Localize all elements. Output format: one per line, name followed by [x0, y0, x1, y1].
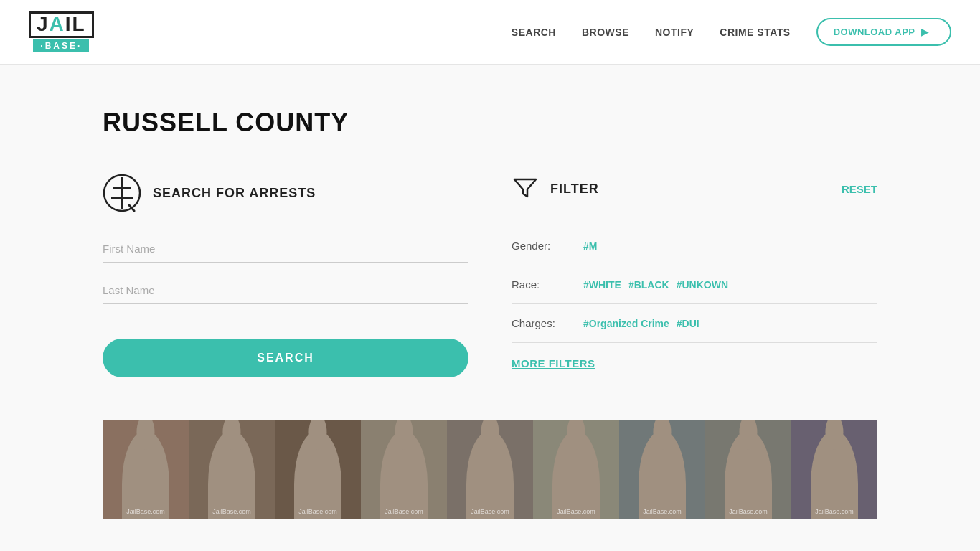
watermark-6: JailBase.com	[557, 508, 595, 515]
logo-jail-text: JAIL	[29, 11, 94, 38]
filter-header: FILTER RESET	[512, 174, 877, 204]
race-label: Race:	[512, 278, 569, 291]
nav-crime-stats[interactable]: CRIME STATS	[720, 27, 790, 38]
logo-base-text: ·BASE·	[33, 39, 89, 52]
mugshot-5[interactable]: JailBase.com	[447, 420, 533, 519]
mugshot-6[interactable]: JailBase.com	[533, 420, 619, 519]
mugshot-photo-1: JailBase.com	[103, 420, 189, 519]
last-name-field	[103, 277, 468, 304]
race-filter-row: Race: #WHITE #BLACK #UNKOWN	[512, 265, 877, 304]
mugshot-photo-8: JailBase.com	[705, 420, 791, 519]
mugshot-7[interactable]: JailBase.com	[619, 420, 705, 519]
mugshot-photo-7: JailBase.com	[619, 420, 705, 519]
race-tags: #WHITE #BLACK #UNKOWN	[583, 279, 728, 291]
mugshot-photo-9: JailBase.com	[791, 420, 877, 519]
download-app-button[interactable]: DOWNLOAD APP ▶	[816, 18, 951, 46]
mugshot-4[interactable]: JailBase.com	[361, 420, 447, 519]
first-name-input[interactable]	[103, 235, 468, 263]
charges-tag-dui[interactable]: #DUI	[677, 318, 699, 329]
more-filters-button[interactable]: MORE FILTERS	[512, 357, 595, 369]
mugshot-1[interactable]: JailBase.com	[103, 420, 189, 519]
mugshot-photo-6: JailBase.com	[533, 420, 619, 519]
charges-tags: #Organized Crime #DUI	[583, 318, 699, 329]
gender-tag-m[interactable]: #M	[583, 240, 597, 252]
gender-label: Gender:	[512, 240, 569, 252]
watermark-9: JailBase.com	[815, 508, 854, 515]
silhouette-5	[466, 430, 514, 519]
page-title: RUSSELL COUNTY	[103, 108, 877, 138]
race-tag-black[interactable]: #BLACK	[628, 279, 669, 291]
main-nav: SEARCH BROWSE NOTIFY CRIME STATS DOWNLOA…	[512, 18, 951, 46]
watermark-1: JailBase.com	[126, 508, 165, 515]
mugshot-2[interactable]: JailBase.com	[189, 420, 275, 519]
nav-notify[interactable]: NOTIFY	[655, 27, 694, 38]
download-app-label: DOWNLOAD APP	[834, 27, 915, 37]
search-arrests-icon	[103, 174, 141, 212]
search-button[interactable]: SEARCH	[103, 339, 468, 377]
silhouette-3	[294, 430, 341, 519]
silhouette-2	[208, 430, 255, 519]
silhouette-6	[552, 430, 600, 519]
gender-filter-row: Gender: #M	[512, 227, 877, 265]
gender-tags: #M	[583, 240, 597, 252]
silhouette-1	[122, 430, 169, 519]
nav-search[interactable]: SEARCH	[512, 27, 556, 38]
nav-browse[interactable]: BROWSE	[582, 27, 629, 38]
watermark-7: JailBase.com	[643, 508, 682, 515]
mugshot-3[interactable]: JailBase.com	[275, 420, 361, 519]
filter-section-title: FILTER	[550, 182, 599, 197]
mugshot-9[interactable]: JailBase.com	[791, 420, 877, 519]
watermark-8: JailBase.com	[729, 508, 768, 515]
race-tag-white[interactable]: #WHITE	[583, 279, 621, 291]
mugshot-8[interactable]: JailBase.com	[705, 420, 791, 519]
watermark-2: JailBase.com	[212, 508, 251, 515]
reset-button[interactable]: RESET	[842, 183, 877, 195]
mugshots-row: JailBase.com JailBase.com JailBase.com J…	[103, 420, 877, 519]
search-section-header: SEARCH FOR ARRESTS	[103, 174, 468, 212]
filter-header-left: FILTER	[512, 174, 599, 204]
watermark-5: JailBase.com	[471, 508, 509, 515]
mugshot-photo-3: JailBase.com	[275, 420, 361, 519]
mugshot-photo-2: JailBase.com	[189, 420, 275, 519]
silhouette-9	[811, 430, 858, 519]
first-name-field	[103, 235, 468, 263]
last-name-input[interactable]	[103, 277, 468, 304]
search-column: SEARCH FOR ARRESTS SEARCH	[103, 174, 468, 377]
race-tag-unknown[interactable]: #UNKOWN	[677, 279, 728, 291]
filter-icon	[512, 174, 539, 204]
mugshot-photo-5: JailBase.com	[447, 420, 533, 519]
silhouette-8	[725, 430, 772, 519]
watermark-4: JailBase.com	[385, 508, 423, 515]
charges-tag-organized-crime[interactable]: #Organized Crime	[583, 318, 669, 329]
charges-filter-row: Charges: #Organized Crime #DUI	[512, 304, 877, 343]
charges-label: Charges:	[512, 317, 569, 329]
play-icon: ▶	[921, 27, 929, 37]
watermark-3: JailBase.com	[298, 508, 337, 515]
silhouette-4	[380, 430, 428, 519]
mugshot-photo-4: JailBase.com	[361, 420, 447, 519]
search-section-title: SEARCH FOR ARRESTS	[153, 186, 316, 201]
site-logo[interactable]: JAIL ·BASE·	[29, 11, 94, 52]
silhouette-7	[639, 430, 686, 519]
filter-column: FILTER RESET Gender: #M Race: #WHITE #BL…	[512, 174, 877, 370]
